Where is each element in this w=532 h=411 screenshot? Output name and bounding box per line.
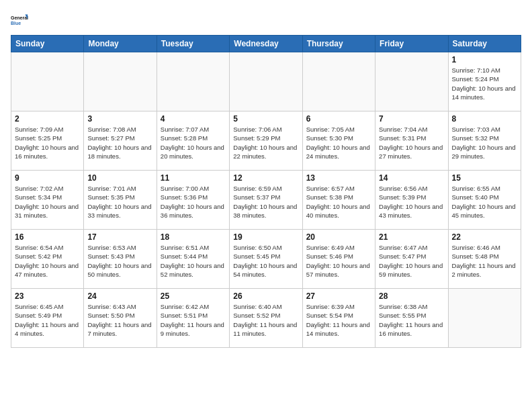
- svg-text:General: General: [11, 15, 28, 20]
- calendar-cell: 22Sunrise: 6:46 AM Sunset: 5:48 PM Dayli…: [448, 230, 521, 289]
- weekday-header-wednesday: Wednesday: [230, 36, 302, 52]
- page-header: GeneralBlue: [11, 11, 521, 30]
- calendar-cell: 10Sunrise: 7:01 AM Sunset: 5:35 PM Dayli…: [84, 171, 157, 230]
- day-info: Sunrise: 7:09 AM Sunset: 5:25 PM Dayligh…: [15, 125, 80, 161]
- day-number: 10: [87, 173, 152, 183]
- logo-icon: GeneralBlue: [11, 11, 30, 30]
- day-info: Sunrise: 6:59 AM Sunset: 5:37 PM Dayligh…: [233, 184, 298, 220]
- day-info: Sunrise: 7:10 AM Sunset: 5:24 PM Dayligh…: [452, 66, 517, 101]
- day-info: Sunrise: 7:05 AM Sunset: 5:30 PM Dayligh…: [306, 125, 371, 161]
- day-number: 24: [87, 291, 152, 301]
- day-number: 1: [452, 55, 517, 64]
- day-info: Sunrise: 6:38 AM Sunset: 5:55 PM Dayligh…: [379, 302, 444, 338]
- calendar-cell: [84, 52, 157, 111]
- weekday-header-sunday: Sunday: [11, 36, 84, 52]
- day-number: 11: [161, 173, 226, 183]
- day-number: 2: [15, 114, 80, 124]
- logo: GeneralBlue: [11, 11, 30, 30]
- calendar-table: SundayMondayTuesdayWednesdayThursdayFrid…: [11, 35, 521, 348]
- calendar-cell: 16Sunrise: 6:54 AM Sunset: 5:42 PM Dayli…: [11, 230, 84, 289]
- day-number: 20: [306, 232, 371, 242]
- weekday-header-tuesday: Tuesday: [157, 36, 229, 52]
- day-number: 12: [233, 173, 298, 183]
- calendar-cell: 28Sunrise: 6:38 AM Sunset: 5:55 PM Dayli…: [375, 289, 448, 348]
- day-number: 14: [379, 173, 444, 183]
- day-number: 15: [452, 173, 517, 183]
- svg-text:Blue: Blue: [11, 21, 21, 26]
- week-row-4: 16Sunrise: 6:54 AM Sunset: 5:42 PM Dayli…: [11, 230, 521, 289]
- day-info: Sunrise: 7:08 AM Sunset: 5:27 PM Dayligh…: [87, 125, 152, 161]
- weekday-header-saturday: Saturday: [448, 36, 521, 52]
- day-number: 19: [233, 232, 298, 242]
- weekday-header-row: SundayMondayTuesdayWednesdayThursdayFrid…: [11, 36, 521, 52]
- calendar-cell: [302, 52, 375, 111]
- day-number: 26: [233, 291, 298, 301]
- day-info: Sunrise: 6:57 AM Sunset: 5:38 PM Dayligh…: [306, 184, 371, 220]
- weekday-header-monday: Monday: [84, 36, 157, 52]
- calendar-cell: [448, 289, 521, 348]
- calendar-cell: 26Sunrise: 6:40 AM Sunset: 5:52 PM Dayli…: [230, 289, 302, 348]
- day-info: Sunrise: 6:46 AM Sunset: 5:48 PM Dayligh…: [452, 243, 517, 279]
- day-info: Sunrise: 6:39 AM Sunset: 5:54 PM Dayligh…: [306, 302, 371, 338]
- calendar-cell: 8Sunrise: 7:03 AM Sunset: 5:32 PM Daylig…: [448, 111, 521, 171]
- week-row-2: 2Sunrise: 7:09 AM Sunset: 5:25 PM Daylig…: [11, 111, 521, 171]
- calendar-cell: 27Sunrise: 6:39 AM Sunset: 5:54 PM Dayli…: [302, 289, 375, 348]
- calendar-cell: [230, 52, 302, 111]
- day-info: Sunrise: 6:53 AM Sunset: 5:43 PM Dayligh…: [87, 243, 152, 279]
- calendar-cell: 2Sunrise: 7:09 AM Sunset: 5:25 PM Daylig…: [11, 111, 84, 171]
- calendar-cell: 14Sunrise: 6:56 AM Sunset: 5:39 PM Dayli…: [375, 171, 448, 230]
- calendar-cell: [11, 52, 84, 111]
- calendar-cell: 3Sunrise: 7:08 AM Sunset: 5:27 PM Daylig…: [84, 111, 157, 171]
- weekday-header-thursday: Thursday: [302, 36, 375, 52]
- day-number: 21: [379, 232, 444, 242]
- day-number: 18: [161, 232, 226, 242]
- day-info: Sunrise: 6:56 AM Sunset: 5:39 PM Dayligh…: [379, 184, 444, 220]
- week-row-1: 1Sunrise: 7:10 AM Sunset: 5:24 PM Daylig…: [11, 52, 521, 111]
- day-number: 17: [87, 232, 152, 242]
- day-info: Sunrise: 7:02 AM Sunset: 5:34 PM Dayligh…: [15, 184, 80, 220]
- day-number: 3: [87, 114, 152, 124]
- day-info: Sunrise: 7:00 AM Sunset: 5:36 PM Dayligh…: [161, 184, 226, 220]
- day-info: Sunrise: 7:04 AM Sunset: 5:31 PM Dayligh…: [379, 125, 444, 161]
- calendar-cell: 11Sunrise: 7:00 AM Sunset: 5:36 PM Dayli…: [157, 171, 229, 230]
- calendar-cell: 24Sunrise: 6:43 AM Sunset: 5:50 PM Dayli…: [84, 289, 157, 348]
- day-number: 5: [233, 114, 298, 124]
- day-number: 22: [452, 232, 517, 242]
- day-info: Sunrise: 6:55 AM Sunset: 5:40 PM Dayligh…: [452, 184, 517, 220]
- day-number: 25: [161, 291, 226, 301]
- week-row-3: 9Sunrise: 7:02 AM Sunset: 5:34 PM Daylig…: [11, 171, 521, 230]
- day-number: 27: [306, 291, 371, 301]
- calendar-cell: 19Sunrise: 6:50 AM Sunset: 5:45 PM Dayli…: [230, 230, 302, 289]
- calendar-cell: 15Sunrise: 6:55 AM Sunset: 5:40 PM Dayli…: [448, 171, 521, 230]
- day-info: Sunrise: 7:03 AM Sunset: 5:32 PM Dayligh…: [452, 125, 517, 161]
- calendar-cell: 4Sunrise: 7:07 AM Sunset: 5:28 PM Daylig…: [157, 111, 229, 171]
- calendar-cell: 7Sunrise: 7:04 AM Sunset: 5:31 PM Daylig…: [375, 111, 448, 171]
- calendar-cell: 17Sunrise: 6:53 AM Sunset: 5:43 PM Dayli…: [84, 230, 157, 289]
- calendar-cell: 13Sunrise: 6:57 AM Sunset: 5:38 PM Dayli…: [302, 171, 375, 230]
- day-info: Sunrise: 6:47 AM Sunset: 5:47 PM Dayligh…: [379, 243, 444, 279]
- calendar-cell: 25Sunrise: 6:42 AM Sunset: 5:51 PM Dayli…: [157, 289, 229, 348]
- day-info: Sunrise: 6:43 AM Sunset: 5:50 PM Dayligh…: [87, 302, 152, 338]
- calendar-cell: 6Sunrise: 7:05 AM Sunset: 5:30 PM Daylig…: [302, 111, 375, 171]
- calendar-cell: [157, 52, 229, 111]
- day-info: Sunrise: 6:50 AM Sunset: 5:45 PM Dayligh…: [233, 243, 298, 279]
- week-row-5: 23Sunrise: 6:45 AM Sunset: 5:49 PM Dayli…: [11, 289, 521, 348]
- day-info: Sunrise: 6:49 AM Sunset: 5:46 PM Dayligh…: [306, 243, 371, 279]
- calendar-cell: 21Sunrise: 6:47 AM Sunset: 5:47 PM Dayli…: [375, 230, 448, 289]
- day-number: 13: [306, 173, 371, 183]
- day-info: Sunrise: 7:07 AM Sunset: 5:28 PM Dayligh…: [161, 125, 226, 161]
- day-info: Sunrise: 6:51 AM Sunset: 5:44 PM Dayligh…: [161, 243, 226, 279]
- day-number: 6: [306, 114, 371, 124]
- day-number: 28: [379, 291, 444, 301]
- calendar-cell: 18Sunrise: 6:51 AM Sunset: 5:44 PM Dayli…: [157, 230, 229, 289]
- day-number: 4: [161, 114, 226, 124]
- day-info: Sunrise: 7:01 AM Sunset: 5:35 PM Dayligh…: [87, 184, 152, 220]
- calendar-cell: 20Sunrise: 6:49 AM Sunset: 5:46 PM Dayli…: [302, 230, 375, 289]
- weekday-header-friday: Friday: [375, 36, 448, 52]
- day-info: Sunrise: 6:40 AM Sunset: 5:52 PM Dayligh…: [233, 302, 298, 338]
- calendar-cell: 23Sunrise: 6:45 AM Sunset: 5:49 PM Dayli…: [11, 289, 84, 348]
- calendar-cell: 9Sunrise: 7:02 AM Sunset: 5:34 PM Daylig…: [11, 171, 84, 230]
- day-number: 7: [379, 114, 444, 124]
- day-number: 23: [15, 291, 80, 301]
- day-number: 16: [15, 232, 80, 242]
